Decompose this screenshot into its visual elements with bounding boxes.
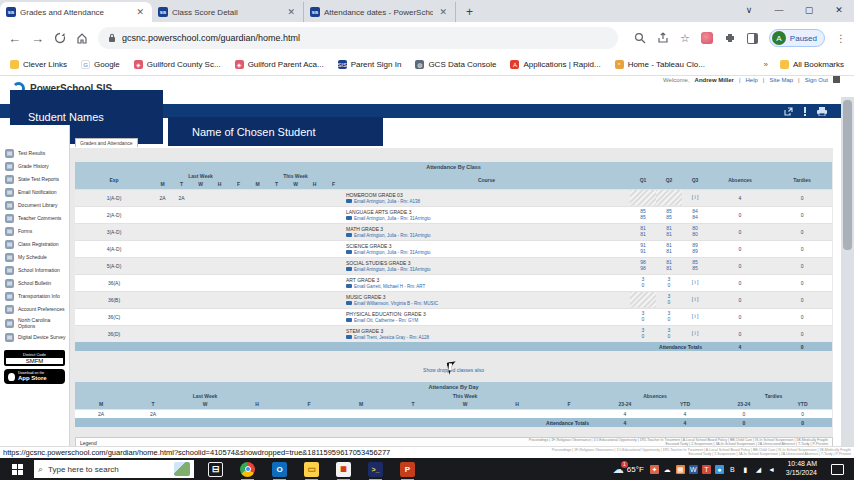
grade-link[interactable]: 80: [683, 232, 707, 238]
absences-cell[interactable]: 0: [708, 206, 772, 223]
app-store-badge[interactable]: Download on theApp Store: [4, 369, 65, 384]
grade-link[interactable]: 81: [631, 232, 655, 238]
grade-link[interactable]: 0: [657, 300, 681, 306]
teacher-email-link[interactable]: Email Arrington, Julia - Rm: 31Arringto: [354, 233, 431, 238]
home-icon[interactable]: [76, 32, 88, 44]
all-bookmarks-button[interactable]: All Bookmarks: [780, 60, 844, 69]
absences-cell[interactable]: 0: [708, 325, 772, 342]
external-link-icon[interactable]: [784, 107, 793, 116]
word-tray-icon[interactable]: W: [689, 465, 698, 474]
grade-cell[interactable]: 8181: [656, 223, 682, 240]
powerpoint-icon[interactable]: P: [400, 462, 415, 477]
tardies-cell[interactable]: 0: [772, 325, 832, 342]
sidebar-item-school-information[interactable]: ▤School Information: [0, 264, 69, 277]
bookmark-item[interactable]: ◈Guilford County Sc...: [134, 60, 221, 69]
action-center-icon[interactable]: [831, 464, 844, 475]
taskbar-search[interactable]: ⌕ Type here to search: [34, 460, 194, 478]
bookmark-item[interactable]: Clever Links: [10, 60, 67, 69]
grade-cell[interactable]: 8484: [682, 206, 708, 223]
teacher-email-link[interactable]: Email Ott, Catherine - Rm: GYM: [354, 318, 418, 323]
absences-cell[interactable]: 4: [708, 189, 772, 206]
grade-cell[interactable]: [ i ]: [682, 274, 708, 291]
absences-cell[interactable]: 0: [708, 240, 772, 257]
grade-cell[interactable]: 30: [656, 308, 682, 325]
site-map-link[interactable]: Site Map: [769, 77, 793, 83]
bookmarks-overflow-icon[interactable]: »: [763, 60, 767, 69]
onedrive-tray-icon[interactable]: ☁: [663, 465, 672, 474]
tardies-cell[interactable]: 0: [772, 274, 832, 291]
store-icon[interactable]: ▦: [336, 462, 351, 477]
grade-link[interactable]: 81: [657, 249, 681, 255]
sidebar-item-account-preferences[interactable]: ▤Account Preferences: [0, 303, 69, 316]
defender-tray-icon[interactable]: ●: [715, 465, 724, 474]
url-bar[interactable]: gcsnc.powerschool.com/guardian/home.html: [98, 27, 618, 49]
grade-link[interactable]: [ i ]: [683, 195, 707, 201]
scrollbar[interactable]: [841, 97, 854, 446]
tardies-cell[interactable]: 0: [772, 308, 832, 325]
grade-link[interactable]: 89: [683, 249, 707, 255]
file-explorer-icon[interactable]: ▭: [304, 462, 319, 477]
grade-link[interactable]: [ i ]: [683, 280, 707, 286]
volume-tray-icon[interactable]: ◄: [767, 465, 776, 474]
grade-cell[interactable]: 8585: [682, 257, 708, 274]
sidebar-item-document-library[interactable]: ▤Document Library: [0, 199, 69, 212]
grade-cell[interactable]: [ i ]: [682, 189, 708, 206]
side-panel-icon[interactable]: [747, 33, 758, 44]
help-link[interactable]: Help: [745, 77, 757, 83]
task-view-icon[interactable]: ⊟: [208, 462, 223, 477]
people-tray-icon[interactable]: ✦: [650, 465, 659, 474]
tab-search-icon[interactable]: ∨: [734, 0, 764, 20]
grade-link[interactable]: 81: [657, 232, 681, 238]
print-icon[interactable]: [817, 107, 827, 116]
profile-pill[interactable]: A Paused: [769, 29, 825, 47]
grade-cell[interactable]: [ i ]: [682, 325, 708, 342]
absences-cell[interactable]: 0: [708, 257, 772, 274]
grade-link[interactable]: [ i ]: [683, 331, 707, 337]
bookmark-item[interactable]: ◍GCS Data Console: [415, 60, 496, 69]
microphone-tray-icon[interactable]: ▮: [741, 465, 750, 474]
taskbar-clock[interactable]: 10:48 AM 3/15/2024: [786, 460, 817, 478]
sidebar-item-teacher-comments[interactable]: ▤Teacher Comments: [0, 212, 69, 225]
grade-cell[interactable]: 30: [630, 308, 656, 325]
sidebar-item-school-bulletin[interactable]: ▤School Bulletin: [0, 277, 69, 290]
grade-link[interactable]: 0: [631, 317, 655, 323]
menu-dots-icon[interactable]: ⋮: [836, 33, 846, 44]
zoom-icon[interactable]: [634, 32, 646, 44]
tardies-cell[interactable]: 0: [772, 206, 832, 223]
grade-cell[interactable]: 8585: [656, 206, 682, 223]
sidebar-item-forms[interactable]: ▤Forms: [0, 225, 69, 238]
grade-cell[interactable]: [ i ]: [682, 308, 708, 325]
absences-cell[interactable]: 0: [708, 291, 772, 308]
grade-cell[interactable]: 8181: [656, 240, 682, 257]
grade-cell[interactable]: 9898: [630, 257, 656, 274]
browser-tab[interactable]: SISClass Score Detail✕: [152, 2, 304, 22]
new-tab-button[interactable]: +: [456, 5, 483, 22]
bookmark-item[interactable]: ◈Guilford Parent Aca...: [235, 60, 324, 69]
grade-link[interactable]: 0: [657, 317, 681, 323]
grade-link[interactable]: 91: [631, 249, 655, 255]
tab-close-icon[interactable]: ✕: [134, 7, 146, 17]
grade-link[interactable]: 85: [657, 215, 681, 221]
sidebar-item-my-schedule[interactable]: ▤My Schedule: [0, 251, 69, 264]
grade-link[interactable]: 0: [657, 283, 681, 289]
grade-link[interactable]: 98: [631, 266, 655, 272]
grade-link[interactable]: 85: [683, 266, 707, 272]
start-button[interactable]: [0, 458, 34, 480]
back-button[interactable]: ←: [8, 31, 21, 46]
bookmark-item[interactable]: *Home - Tableau Clo...: [615, 60, 705, 69]
teacher-email-link[interactable]: Email Arrington, Julia - Rm: 31Arringto: [354, 216, 431, 221]
tardies-cell[interactable]: 0: [772, 257, 832, 274]
grade-cell[interactable]: 30: [630, 325, 656, 342]
grade-link[interactable]: 0: [631, 283, 655, 289]
teacher-email-link[interactable]: Email Arrington, Julia - Rm: A138: [354, 199, 420, 204]
grade-link[interactable]: 85: [631, 215, 655, 221]
browser-tab[interactable]: SISGrades and Attendance✕: [0, 2, 152, 22]
sidebar-item-transportation-info[interactable]: ▤Transportation Info: [0, 290, 69, 303]
bookmark-star-icon[interactable]: ☆: [680, 32, 690, 45]
teacher-email-link[interactable]: Email Williamson, Virginia B - Rm: MUSIC: [354, 301, 438, 306]
calendar-tray-icon[interactable]: ▦: [676, 465, 685, 474]
sign-out-link[interactable]: Sign Out: [805, 77, 828, 83]
teacher-email-link[interactable]: Email Garrett, Michael H - Rm: ART: [354, 284, 425, 289]
grade-link[interactable]: 0: [631, 334, 655, 340]
tardies-cell[interactable]: 0: [772, 223, 832, 240]
